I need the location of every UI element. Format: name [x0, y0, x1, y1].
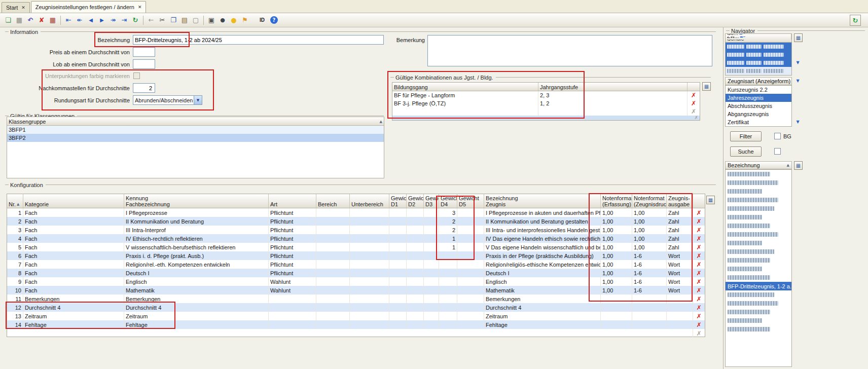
hint-icon[interactable]: ●	[228, 15, 239, 26]
column-chooser-button[interactable]	[702, 82, 711, 91]
reload-data-button[interactable]: ↻	[850, 15, 861, 26]
zeugnis-list-item[interactable]	[726, 299, 791, 308]
select-region-icon[interactable]: ▢	[190, 15, 201, 26]
konfiguration-row[interactable]: 12 Durchschnitt 4 Durchschnitt 4 Durchsc…	[7, 303, 705, 312]
zeugnis-list-item[interactable]	[726, 247, 791, 256]
zeugnis-list-item[interactable]	[726, 308, 791, 316]
announce-icon[interactable]: ⚑	[239, 15, 250, 26]
klassengruppe-row[interactable]: 3BFP1	[7, 126, 384, 134]
new-record-icon[interactable]: ❏	[3, 15, 14, 26]
col-header-art[interactable]: Art	[269, 194, 316, 208]
zeugnisart-item[interactable]: Zertifikat	[726, 118, 791, 126]
konfiguration-row[interactable]: 1 Fach I Pflegeprozesse Pflichtunt 3 I P…	[7, 208, 705, 217]
suche-checkbox[interactable]	[774, 148, 781, 155]
zeugnisart-item[interactable]: Abgangszeugnis	[726, 110, 791, 118]
delete-row-button[interactable]	[693, 208, 705, 217]
save-icon[interactable]: ▦	[14, 15, 25, 26]
konfiguration-empty-row[interactable]	[7, 329, 705, 338]
copy-icon[interactable]: ❐	[168, 15, 179, 26]
delete-row-button[interactable]	[693, 243, 705, 251]
bg-checkbox[interactable]	[774, 133, 781, 139]
zeugnis-list-item[interactable]: BFP-Drittelzeugnis, 1-2 a...	[726, 282, 791, 290]
preview-icon[interactable]: ●	[217, 15, 228, 26]
zeugnis-list-item[interactable]	[726, 204, 791, 213]
zeugnis-list-item[interactable]	[726, 290, 791, 299]
chevron-down-icon[interactable]	[194, 96, 202, 104]
col-header-unterbereich[interactable]: Unterbereich	[350, 194, 389, 208]
scroll-down-icon[interactable]	[794, 118, 802, 126]
zeugnis-list-item[interactable]	[726, 196, 791, 204]
kombination-row[interactable]: BF für Pflege - Langform 2, 3	[392, 91, 700, 99]
filter-button[interactable]: Filter	[730, 131, 762, 141]
delete-row-button[interactable]	[693, 260, 705, 269]
zeugnis-list-item[interactable]	[726, 273, 791, 282]
col-header-schule[interactable]: Schule	[726, 40, 791, 42]
konfiguration-row[interactable]: 9 Fach Englisch Wahlunt Englisch 1,00 1-…	[7, 277, 705, 286]
delete-row-button[interactable]	[693, 226, 705, 234]
lob-durchschnitt-input[interactable]	[133, 59, 155, 69]
klassengruppe-row[interactable]: 3BFP2	[7, 134, 384, 142]
zeugnis-list-item[interactable]	[726, 239, 791, 247]
zeugnis-list-item[interactable]	[726, 222, 791, 230]
previous-record-icon[interactable]: ◀	[85, 15, 96, 26]
rundungsart-select[interactable]: Abrunden/Abschneiden	[133, 95, 202, 105]
konfiguration-row[interactable]: 5 Fach V wissenschaftlich-berufsethisch …	[7, 243, 705, 251]
col-header-gewicht-d3[interactable]: Gewicht D3	[424, 194, 439, 208]
zeugnisart-item[interactable]: Jahreszeugnis	[726, 94, 791, 102]
konfiguration-row[interactable]: 8 Fach Deutsch I Pflichtunt Deutsch I 1,…	[7, 269, 705, 277]
nachkommastellen-input[interactable]	[133, 83, 155, 93]
next-record-icon[interactable]: ▶	[96, 15, 107, 26]
undo-icon[interactable]: ↶	[25, 15, 36, 26]
zeugnis-list-item[interactable]	[726, 230, 791, 239]
fast-forward-icon[interactable]: ↠	[107, 15, 119, 26]
fast-backward-icon[interactable]: ↞	[74, 15, 85, 26]
zeugnis-list-item[interactable]	[726, 178, 791, 187]
col-header-notenformat-erfassung[interactable]: Notenformat (Erfassung)	[601, 194, 632, 208]
scroll-down-icon[interactable]	[794, 59, 802, 66]
delete-row-button[interactable]	[693, 217, 705, 226]
bezeichnung-input[interactable]	[133, 35, 384, 45]
col-header-gewicht-d4[interactable]: Gewicht D4	[439, 194, 457, 208]
column-chooser-button[interactable]	[706, 196, 715, 204]
scroll-down-icon[interactable]	[794, 77, 802, 85]
close-icon[interactable]	[21, 5, 25, 10]
delete-row-button[interactable]	[693, 312, 705, 320]
first-record-icon[interactable]: ⇤	[63, 15, 74, 26]
zeugnis-list-item[interactable]	[726, 325, 791, 334]
datasheet-icon[interactable]: ▦	[47, 15, 58, 26]
navigator-grid-row[interactable]	[726, 43, 791, 51]
zeugnisart-list-header[interactable]: Zeugnisart (Anzeigeform)	[725, 77, 792, 85]
konfiguration-row[interactable]: 14 Fehltage Fehltage Fehltage	[7, 320, 705, 329]
col-header-gewicht-d2[interactable]: Gewicht D2	[407, 194, 424, 208]
col-header-kategorie[interactable]: Kategorie	[23, 194, 124, 208]
zeugnisart-item[interactable]: Abschlusszeugnis	[726, 102, 791, 110]
zeugnisart-item[interactable]: Kurszeugnis 2.2	[726, 86, 791, 94]
id-button[interactable]: ID	[257, 15, 268, 26]
col-header-gewicht-d1[interactable]: Gewicht D1	[389, 194, 407, 208]
navigator-grid-row[interactable]	[726, 67, 791, 75]
back-icon[interactable]: ←	[146, 15, 157, 26]
delete-row-button[interactable]	[693, 320, 705, 329]
delete-row-button[interactable]	[693, 234, 705, 243]
tab-start[interactable]: Start	[2, 2, 30, 13]
col-header-zeugnisausgabe[interactable]: Zeugnis- ausgabe	[667, 194, 693, 208]
suche-button[interactable]: Suche	[730, 146, 762, 157]
bezeichnung-list-header[interactable]: Bezeichnung	[725, 161, 792, 169]
paste-icon[interactable]: ▤	[179, 15, 190, 26]
col-header-bereich[interactable]: Bereich	[316, 194, 350, 208]
preis-durchschnitt-input[interactable]	[133, 47, 155, 57]
delete-row-button[interactable]	[693, 303, 705, 312]
col-header-klassengruppe[interactable]: Klassengruppe	[7, 117, 384, 125]
delete-row-button[interactable]	[693, 251, 705, 260]
delete-row-button[interactable]	[688, 91, 700, 99]
delete-row-button[interactable]	[693, 286, 705, 294]
navigator-grid-row[interactable]	[726, 59, 791, 67]
zeugnis-list-item[interactable]	[726, 170, 791, 178]
col-header-jahrgangsstufe[interactable]: Jahrgangsstufe	[538, 83, 688, 91]
konfiguration-row[interactable]: 11 Bemerkungen Bemerkungen Bemerkungen	[7, 294, 705, 303]
zeugnis-list-item[interactable]	[726, 187, 791, 196]
col-header-bezeichnung-zeugnis[interactable]: Bezeichnung Zeugnis	[484, 194, 601, 208]
last-record-icon[interactable]: ⇥	[119, 15, 130, 26]
konfiguration-row[interactable]: 3 Fach III Intra-Interprof Pflichtunt 2 …	[7, 226, 705, 234]
zeugnis-list-item[interactable]	[726, 256, 791, 265]
